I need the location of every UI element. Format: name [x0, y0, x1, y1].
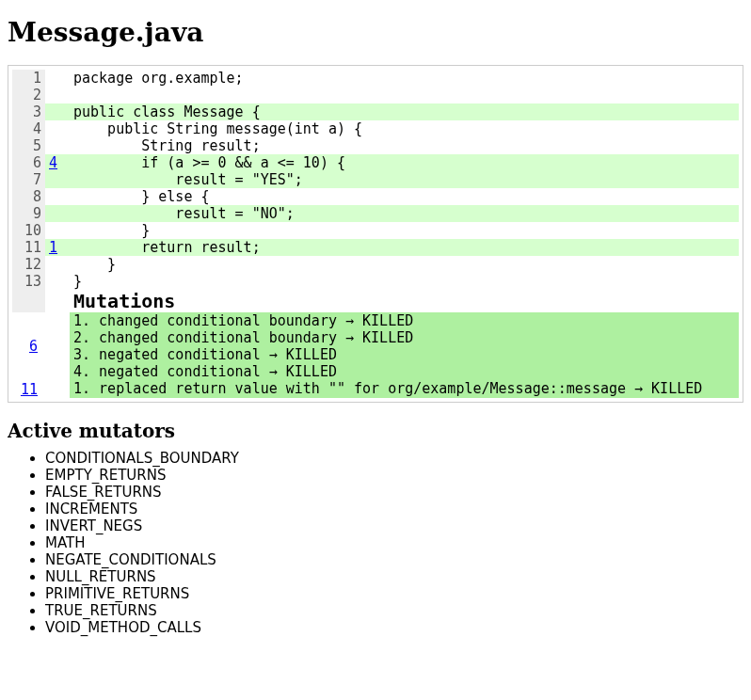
mutator-item: INVERT_NEGS — [45, 517, 743, 534]
coverage-cell: 1 — [45, 239, 70, 256]
mutator-item: NEGATE_CONDITIONALS — [45, 551, 743, 568]
mutation-detail: 1. changed conditional boundary → KILLED… — [70, 312, 739, 380]
source-code: } — [70, 273, 739, 290]
mutation-row: 111. replaced return value with "" for o… — [12, 380, 739, 398]
coverage-cell — [45, 70, 70, 87]
mutator-item: MATH — [45, 534, 743, 551]
mutator-item: INCREMENTS — [45, 501, 743, 517]
line-number: 4 — [12, 120, 45, 137]
source-code: public String message(int a) { — [70, 120, 739, 137]
source-code: } — [70, 256, 739, 273]
line-number: 11 — [12, 239, 45, 256]
line-number: 2 — [12, 87, 45, 103]
source-line: 2 — [12, 87, 739, 103]
coverage-cell — [45, 188, 70, 205]
active-mutators-heading: Active mutators — [8, 420, 743, 442]
mutator-item: PRIMITIVE_RETURNS — [45, 585, 743, 602]
source-code: } else { — [70, 188, 739, 205]
source-line: 5 String result; — [12, 137, 739, 154]
source-line: 13} — [12, 273, 739, 290]
line-number: 6 — [12, 154, 45, 171]
source-line: 3public class Message { — [12, 103, 739, 120]
coverage-cell: 4 — [45, 154, 70, 171]
coverage-cell — [45, 87, 70, 103]
source-code — [70, 87, 739, 103]
coverage-cell — [45, 205, 70, 222]
line-number: 9 — [12, 205, 45, 222]
source-line: 8 } else { — [12, 188, 739, 205]
source-line: 7 result = "YES"; — [12, 171, 739, 188]
source-line: 9 result = "NO"; — [12, 205, 739, 222]
mutation-row: 61. changed conditional boundary → KILLE… — [12, 312, 739, 380]
line-number: 10 — [12, 222, 45, 239]
coverage-cell — [45, 103, 70, 120]
mutation-count-link[interactable]: 4 — [49, 154, 57, 171]
mutator-item: EMPTY_RETURNS — [45, 467, 743, 484]
mutation-line-link[interactable]: 6 — [25, 338, 41, 355]
line-number: 5 — [12, 137, 45, 154]
active-mutators-list: CONDITIONALS_BOUNDARYEMPTY_RETURNSFALSE_… — [8, 450, 743, 636]
coverage-cell — [45, 256, 70, 273]
source-code: public class Message { — [70, 103, 739, 120]
mutator-item: NULL_RETURNS — [45, 568, 743, 585]
mutation-detail: 1. replaced return value with "" for org… — [70, 380, 739, 398]
line-number: 1 — [12, 70, 45, 87]
mutations-heading: Mutations — [70, 290, 739, 312]
mutation-line-link[interactable]: 11 — [17, 381, 41, 398]
source-code: String result; — [70, 137, 739, 154]
mutation-report: 1package org.example;23public class Mess… — [8, 65, 743, 403]
source-line: 4 public String message(int a) { — [12, 120, 739, 137]
line-number: 8 — [12, 188, 45, 205]
source-code: result = "YES"; — [70, 171, 739, 188]
line-number: 3 — [12, 103, 45, 120]
source-line: 12 } — [12, 256, 739, 273]
mutator-item: TRUE_RETURNS — [45, 602, 743, 619]
coverage-cell — [45, 120, 70, 137]
coverage-cell — [45, 273, 70, 290]
mutation-count-link[interactable]: 1 — [49, 239, 57, 256]
source-code: result = "NO"; — [70, 205, 739, 222]
source-code: } — [70, 222, 739, 239]
coverage-cell — [45, 222, 70, 239]
line-number: 13 — [12, 273, 45, 290]
mutator-item: FALSE_RETURNS — [45, 484, 743, 501]
mutator-item: CONDITIONALS_BOUNDARY — [45, 450, 743, 467]
source-code: if (a >= 0 && a <= 10) { — [70, 154, 739, 171]
line-number: 7 — [12, 171, 45, 188]
coverage-cell — [45, 171, 70, 188]
coverage-cell — [45, 137, 70, 154]
source-code: package org.example; — [70, 70, 739, 87]
mutator-item: VOID_METHOD_CALLS — [45, 619, 743, 636]
line-number: 12 — [12, 256, 45, 273]
source-line: 10 } — [12, 222, 739, 239]
source-line: 1package org.example; — [12, 70, 739, 87]
source-line: 111 return result; — [12, 239, 739, 256]
source-line: 64 if (a >= 0 && a <= 10) { — [12, 154, 739, 171]
page-title: Message.java — [8, 17, 743, 48]
source-code: return result; — [70, 239, 739, 256]
